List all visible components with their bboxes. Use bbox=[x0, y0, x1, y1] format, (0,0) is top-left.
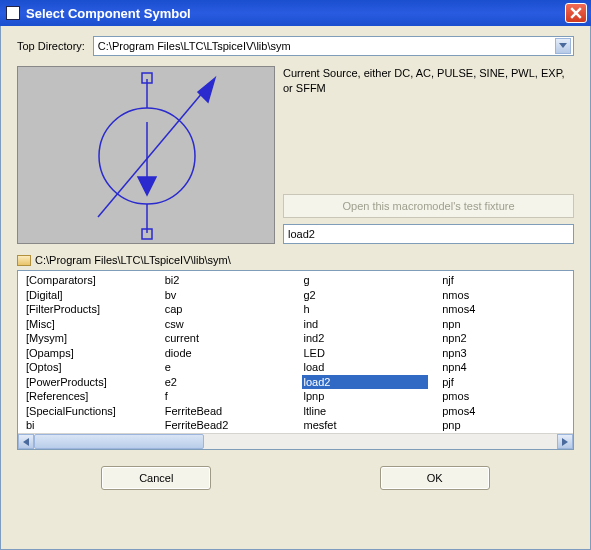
symbol-preview bbox=[17, 66, 275, 244]
list-item[interactable]: pjf bbox=[440, 375, 567, 390]
close-button[interactable] bbox=[565, 3, 587, 23]
list-item[interactable]: g bbox=[302, 273, 429, 288]
component-list[interactable]: [Comparators][Digital][FilterProducts][M… bbox=[17, 270, 574, 450]
list-item[interactable]: LED bbox=[302, 346, 429, 361]
list-item[interactable]: current bbox=[163, 331, 290, 346]
list-item[interactable]: bi bbox=[24, 418, 151, 433]
cancel-button[interactable]: Cancel bbox=[101, 466, 211, 490]
list-column: njfnmosnmos4npnnpn2npn3npn4pjfpmospmos4p… bbox=[434, 273, 573, 433]
list-item[interactable]: e bbox=[163, 360, 290, 375]
list-column: [Comparators][Digital][FilterProducts][M… bbox=[18, 273, 157, 433]
current-path: C:\Program Files\LTC\LTspiceIV\lib\sym\ bbox=[35, 254, 231, 266]
top-directory-combo[interactable]: C:\Program Files\LTC\LTspiceIV\lib\sym bbox=[93, 36, 574, 56]
horizontal-scrollbar[interactable] bbox=[18, 433, 573, 449]
scroll-right-button[interactable] bbox=[557, 434, 573, 449]
window-title: Select Component Symbol bbox=[26, 6, 191, 21]
list-item[interactable]: load2 bbox=[302, 375, 429, 390]
list-item[interactable]: [Opamps] bbox=[24, 346, 151, 361]
list-item[interactable]: [SpecialFunctions] bbox=[24, 404, 151, 419]
list-item[interactable]: cap bbox=[163, 302, 290, 317]
list-item[interactable]: [Comparators] bbox=[24, 273, 151, 288]
list-item[interactable]: pmos bbox=[440, 389, 567, 404]
close-icon bbox=[570, 7, 582, 19]
list-item[interactable]: e2 bbox=[163, 375, 290, 390]
list-item[interactable]: csw bbox=[163, 317, 290, 332]
scroll-left-button[interactable] bbox=[18, 434, 34, 449]
search-input[interactable]: load2 bbox=[283, 224, 574, 244]
list-item[interactable]: pnp bbox=[440, 418, 567, 433]
component-description: Current Source, either DC, AC, PULSE, SI… bbox=[283, 66, 574, 194]
list-item[interactable]: mesfet bbox=[302, 418, 429, 433]
list-item[interactable]: diode bbox=[163, 346, 290, 361]
list-item[interactable]: [References] bbox=[24, 389, 151, 404]
list-item[interactable]: [Misc] bbox=[24, 317, 151, 332]
list-item[interactable]: ind bbox=[302, 317, 429, 332]
top-directory-value: C:\Program Files\LTC\LTspiceIV\lib\sym bbox=[98, 40, 555, 52]
list-item[interactable]: [Mysym] bbox=[24, 331, 151, 346]
list-item[interactable]: [FilterProducts] bbox=[24, 302, 151, 317]
list-item[interactable]: npn2 bbox=[440, 331, 567, 346]
list-item[interactable]: nmos4 bbox=[440, 302, 567, 317]
top-directory-row: Top Directory: C:\Program Files\LTC\LTsp… bbox=[17, 36, 574, 56]
list-item[interactable]: FerriteBead2 bbox=[163, 418, 290, 433]
top-directory-label: Top Directory: bbox=[17, 40, 85, 52]
dialog-content: Top Directory: C:\Program Files\LTC\LTsp… bbox=[0, 26, 591, 550]
list-item[interactable]: njf bbox=[440, 273, 567, 288]
open-macromodel-button: Open this macromodel's test fixture bbox=[283, 194, 574, 218]
list-item[interactable]: npn bbox=[440, 317, 567, 332]
list-item[interactable]: ltline bbox=[302, 404, 429, 419]
list-item[interactable]: nmos bbox=[440, 288, 567, 303]
path-bar: C:\Program Files\LTC\LTspiceIV\lib\sym\ bbox=[17, 254, 574, 266]
list-item[interactable]: g2 bbox=[302, 288, 429, 303]
list-item[interactable]: npn4 bbox=[440, 360, 567, 375]
list-item[interactable]: [Optos] bbox=[24, 360, 151, 375]
svg-line-6 bbox=[98, 92, 203, 217]
list-column: bi2bvcapcswcurrentdiodeee2fFerriteBeadFe… bbox=[157, 273, 296, 433]
folder-icon bbox=[17, 255, 31, 266]
list-item[interactable]: [PowerProducts] bbox=[24, 375, 151, 390]
list-item[interactable]: h bbox=[302, 302, 429, 317]
ok-button[interactable]: OK bbox=[380, 466, 490, 490]
scroll-track[interactable] bbox=[34, 434, 557, 449]
list-item[interactable]: ind2 bbox=[302, 331, 429, 346]
current-source-icon bbox=[18, 67, 276, 245]
list-item[interactable]: npn3 bbox=[440, 346, 567, 361]
app-icon bbox=[6, 6, 20, 20]
list-item[interactable]: lpnp bbox=[302, 389, 429, 404]
chevron-down-icon bbox=[559, 43, 567, 49]
list-column: gg2hindind2LEDloadload2lpnpltlinemesfet bbox=[296, 273, 435, 433]
list-item[interactable]: load bbox=[302, 360, 429, 375]
chevron-right-icon bbox=[562, 438, 568, 446]
chevron-left-icon bbox=[23, 438, 29, 446]
list-item[interactable]: bi2 bbox=[163, 273, 290, 288]
list-item[interactable]: f bbox=[163, 389, 290, 404]
list-item[interactable]: [Digital] bbox=[24, 288, 151, 303]
title-bar: Select Component Symbol bbox=[0, 0, 591, 26]
list-item[interactable]: FerriteBead bbox=[163, 404, 290, 419]
list-item[interactable]: pmos4 bbox=[440, 404, 567, 419]
list-item[interactable]: bv bbox=[163, 288, 290, 303]
combo-dropdown-button[interactable] bbox=[555, 38, 571, 54]
scroll-thumb[interactable] bbox=[34, 434, 204, 449]
